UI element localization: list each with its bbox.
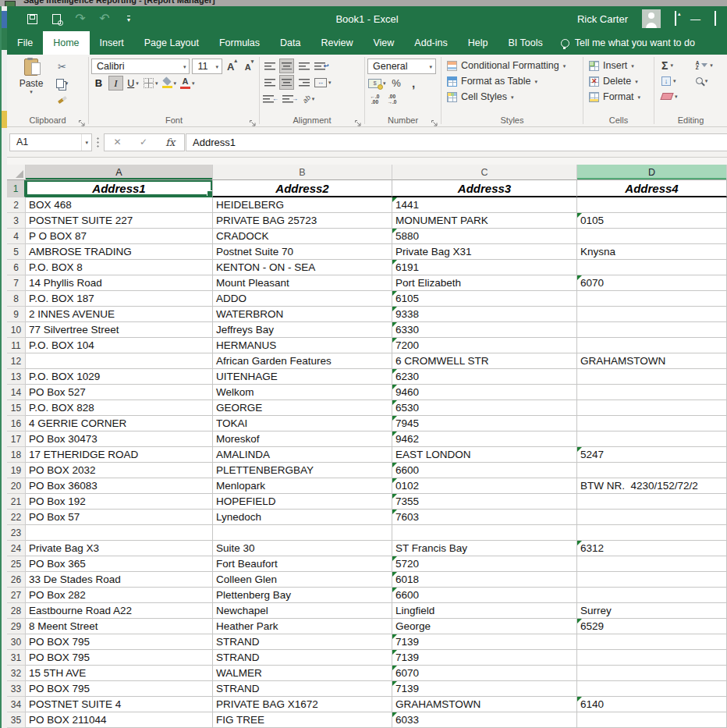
- cell[interactable]: PLETTENBERGBAY: [213, 463, 392, 478]
- cell[interactable]: 6105: [392, 291, 577, 307]
- cell[interactable]: 1441: [392, 197, 577, 213]
- cell[interactable]: [577, 338, 727, 353]
- bottom-align-button[interactable]: [296, 59, 311, 73]
- cell[interactable]: WATERBRON: [213, 307, 392, 322]
- cell[interactable]: [577, 416, 727, 431]
- cell[interactable]: 2 INNES AVENUE: [26, 307, 213, 322]
- clipboard-dialog-launcher[interactable]: [78, 116, 86, 124]
- align-right-button[interactable]: [296, 75, 311, 90]
- cell[interactable]: 8 Meent Street: [26, 619, 213, 634]
- format-cells-button[interactable]: Format▾: [586, 89, 651, 105]
- cell[interactable]: [213, 525, 392, 541]
- tab-view[interactable]: View: [363, 31, 404, 55]
- row-header[interactable]: 17: [7, 431, 26, 447]
- cell[interactable]: 6018: [392, 572, 577, 588]
- tab-help[interactable]: Help: [458, 31, 498, 55]
- row-header[interactable]: 33: [7, 681, 26, 697]
- cell[interactable]: 6070: [577, 275, 727, 291]
- cell[interactable]: 6230: [392, 369, 577, 385]
- row-header[interactable]: 6: [7, 260, 26, 275]
- cell[interactable]: CRADOCK: [213, 229, 392, 244]
- cell[interactable]: 6140: [577, 697, 727, 712]
- row-header[interactable]: 29: [7, 619, 26, 634]
- column-header-A[interactable]: A: [26, 165, 213, 180]
- row-header[interactable]: 10: [7, 322, 26, 338]
- row-header[interactable]: 22: [7, 510, 26, 525]
- cell[interactable]: KENTON - ON - SEA: [213, 260, 392, 275]
- cell[interactable]: PO Box 365: [26, 556, 213, 572]
- insert-function-icon[interactable]: fx: [165, 137, 175, 148]
- row-header[interactable]: 4: [7, 229, 26, 244]
- cell[interactable]: BOX 468: [26, 197, 213, 213]
- cell[interactable]: [577, 525, 727, 541]
- cell[interactable]: 15 5TH AVE: [26, 666, 213, 681]
- row-header[interactable]: 3: [7, 213, 26, 229]
- cell[interactable]: Address3: [392, 180, 577, 197]
- top-align-button[interactable]: [262, 59, 277, 73]
- cell[interactable]: Colleen Glen: [213, 572, 392, 588]
- cell[interactable]: Menlopark: [213, 478, 392, 494]
- cell[interactable]: STRAND: [213, 681, 392, 697]
- percent-style-button[interactable]: %: [389, 76, 404, 91]
- center-button[interactable]: [279, 75, 294, 90]
- increase-indent-button[interactable]: →: [282, 91, 299, 106]
- cell[interactable]: Mount Pleasant: [213, 275, 392, 291]
- cell[interactable]: PO Box 192: [26, 494, 213, 510]
- cell[interactable]: Newchapel: [213, 603, 392, 619]
- delete-cells-button[interactable]: Delete▾: [586, 73, 651, 89]
- cell[interactable]: P O BOX 87: [26, 229, 213, 244]
- cell[interactable]: POSTNET SUITE 227: [26, 213, 213, 229]
- tab-insert[interactable]: Insert: [90, 31, 134, 55]
- cell[interactable]: 6070: [392, 666, 577, 681]
- row-header[interactable]: 27: [7, 588, 26, 603]
- cell[interactable]: PO Box 282: [26, 588, 213, 603]
- increase-font-size-button[interactable]: A▴: [225, 59, 239, 74]
- cell[interactable]: 6312: [577, 541, 727, 556]
- cell[interactable]: [577, 666, 727, 681]
- row-header[interactable]: 31: [7, 650, 26, 666]
- cell[interactable]: Private Bag X3: [26, 541, 213, 556]
- row-header[interactable]: 16: [7, 416, 26, 431]
- fill-handle[interactable]: [207, 190, 213, 197]
- decrease-decimal-button[interactable]: .00→.0: [385, 92, 399, 107]
- cell[interactable]: Port Elizabeth: [392, 275, 577, 291]
- align-left-button[interactable]: [262, 75, 277, 90]
- cell[interactable]: [577, 650, 727, 666]
- font-size-combo[interactable]: 11▾: [192, 59, 222, 74]
- cell[interactable]: 6033: [392, 712, 577, 728]
- background-window-titlebar[interactable]: Sage Intelligence Reporting - [Report Ma…: [0, 0, 727, 6]
- minimize-button[interactable]: —: [690, 14, 700, 24]
- row-header[interactable]: 2: [7, 197, 26, 213]
- cell[interactable]: [577, 229, 727, 244]
- cell[interactable]: [577, 260, 727, 275]
- cell[interactable]: 6 CROMWELL STR: [392, 353, 577, 369]
- cell[interactable]: 6600: [392, 463, 577, 478]
- fill-color-button[interactable]: ▾: [161, 76, 178, 91]
- bold-button[interactable]: B: [91, 76, 106, 91]
- cell[interactable]: EAST LONDON: [392, 447, 577, 463]
- cell[interactable]: 6191: [392, 260, 577, 275]
- cell[interactable]: [577, 681, 727, 697]
- cell[interactable]: 7603: [392, 510, 577, 525]
- formula-input[interactable]: Address1: [186, 133, 727, 151]
- row-header[interactable]: 24: [7, 541, 26, 556]
- column-header-C[interactable]: C: [392, 165, 577, 180]
- cell[interactable]: [577, 634, 727, 650]
- cell[interactable]: Lingfield: [392, 603, 577, 619]
- clear-button[interactable]: ▾: [661, 89, 690, 104]
- cell[interactable]: Plettenberg Bay: [213, 588, 392, 603]
- undo-button[interactable]: ↶: [98, 12, 111, 25]
- cell[interactable]: [577, 400, 727, 416]
- underline-button[interactable]: U▾: [126, 76, 140, 91]
- cell[interactable]: 5720: [392, 556, 577, 572]
- formula-cancel-icon[interactable]: ✕: [114, 137, 122, 147]
- tab-home[interactable]: Home: [43, 31, 89, 55]
- cell[interactable]: [577, 431, 727, 447]
- cell[interactable]: 5247: [577, 447, 727, 463]
- cell[interactable]: GRAHAMSTOWN: [577, 353, 727, 369]
- cell[interactable]: Moreskof: [213, 431, 392, 447]
- decrease-font-size-button[interactable]: A▾: [242, 59, 257, 74]
- cell[interactable]: 7139: [392, 681, 577, 697]
- cell[interactable]: Private Bag X31: [392, 244, 577, 260]
- tab-review[interactable]: Review: [310, 31, 363, 55]
